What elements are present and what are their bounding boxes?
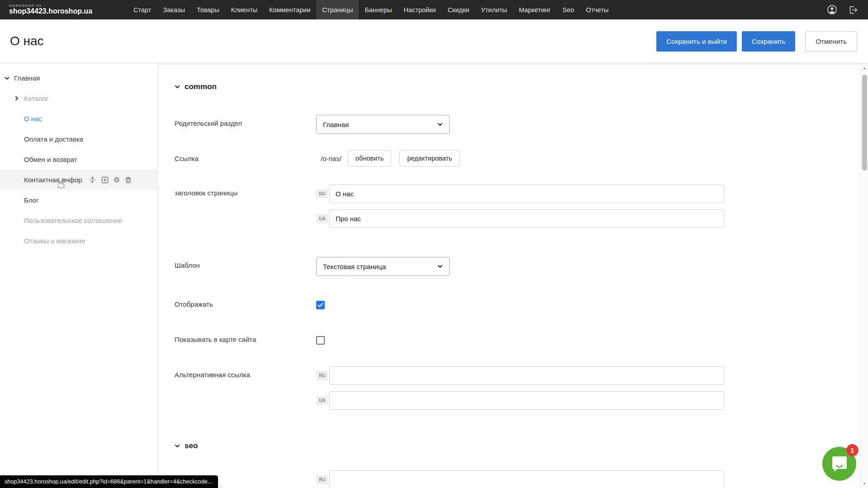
sidebar-item-label: О нас xyxy=(24,115,42,123)
nav-seo[interactable]: Seo xyxy=(557,0,580,19)
status-url-tooltip: shop34423.horoshop.ua/edit/edit.php?id=6… xyxy=(0,475,218,488)
sitemap-checkbox[interactable] xyxy=(316,336,325,345)
parent-section-label: Родительский раздел xyxy=(175,115,316,134)
top-nav: Старт Заказы Товары Клиенты Комментарии … xyxy=(128,0,614,19)
page-header: О нас Сохранить и выйти Сохранить Отмени… xyxy=(0,19,868,63)
page-title: О нас xyxy=(10,34,44,48)
sidebar-item-kontaktnaya-infor[interactable]: Контактная инфор ⚙ xyxy=(0,170,158,190)
save-button[interactable]: Сохранить xyxy=(742,31,796,52)
sidebar-item-label: Каталог xyxy=(24,95,49,102)
lang-badge-ua: UA xyxy=(316,214,328,223)
top-bar: HOROSHOP V4 shop34423.horoshop.ua Старт … xyxy=(0,0,868,19)
gear-icon[interactable]: ⚙ xyxy=(114,176,120,184)
logo[interactable]: HOROSHOP V4 shop34423.horoshop.ua xyxy=(9,4,92,15)
chat-bubble-icon xyxy=(831,455,848,473)
sidebar-item-obmen-i-vozvrat[interactable]: Обмен и возврат xyxy=(0,149,158,170)
nav-reports[interactable]: Отчеты xyxy=(580,0,614,19)
lang-badge-ru: RU xyxy=(316,189,328,199)
link-update-button[interactable]: обновить xyxy=(348,150,391,166)
page-title-field-label: заголовок страницы xyxy=(175,185,316,234)
logout-icon[interactable] xyxy=(848,5,858,15)
save-and-exit-button[interactable]: Сохранить и выйти xyxy=(656,31,737,52)
template-value: Текстовая страница xyxy=(323,263,386,270)
html-title-ru-input[interactable] xyxy=(329,470,724,488)
chevron-right-icon[interactable] xyxy=(14,96,20,101)
chevron-down-icon xyxy=(437,265,443,268)
nav-utilities[interactable]: Утилиты xyxy=(475,0,513,19)
chevron-down-icon[interactable] xyxy=(4,76,10,80)
nav-pages[interactable]: Страницы xyxy=(316,0,359,19)
page-title-ua-input[interactable] xyxy=(329,209,724,228)
sidebar-item-label: Блог xyxy=(24,196,38,204)
template-select[interactable]: Текстовая страница xyxy=(316,257,450,276)
add-icon[interactable] xyxy=(101,176,109,184)
chat-widget-button[interactable]: 1 xyxy=(822,447,856,481)
trash-icon[interactable] xyxy=(125,176,132,184)
nav-banners[interactable]: Баннеры xyxy=(359,0,398,19)
parent-section-select[interactable]: Главная xyxy=(316,115,450,134)
page-title-ru-input[interactable] xyxy=(329,185,724,203)
link-label: Ссылка xyxy=(175,155,316,162)
nav-products[interactable]: Товары xyxy=(191,0,225,19)
vertical-scrollbar[interactable]: ▲ ▼ xyxy=(860,64,868,488)
alt-link-ru-input[interactable] xyxy=(329,366,724,385)
nav-clients[interactable]: Клиенты xyxy=(225,0,263,19)
sidebar-item-label: Главная xyxy=(14,74,40,82)
link-edit-button[interactable]: редактировать xyxy=(399,150,460,166)
lang-badge-ua: UA xyxy=(316,396,328,405)
page-edit-form: common Родительский раздел Главная Ссылк… xyxy=(158,63,868,488)
section-common-label: common xyxy=(185,82,217,91)
pages-tree-sidebar: Главная Каталог О нас Оплата и доставка … xyxy=(0,63,158,488)
sidebar-item-label: Отзывы о магазине xyxy=(24,237,85,245)
alt-link-label: Альтернативная ссылка xyxy=(175,366,316,416)
sidebar-item-glavnaya[interactable]: Главная xyxy=(0,68,158,88)
cancel-button[interactable]: Отменить xyxy=(805,31,857,52)
display-label: Отображать xyxy=(175,296,316,309)
sidebar-item-katalog[interactable]: Каталог xyxy=(0,88,158,109)
parent-section-value: Главная xyxy=(323,121,349,128)
section-seo-label: seo xyxy=(185,441,198,450)
logo-domain: shop34423.horoshop.ua xyxy=(9,8,92,15)
move-icon[interactable] xyxy=(89,176,96,184)
nav-marketing[interactable]: Маркетинг xyxy=(513,0,557,19)
sidebar-item-label: Обмен и возврат xyxy=(24,156,77,163)
chat-unread-badge: 1 xyxy=(846,444,859,456)
nav-orders[interactable]: Заказы xyxy=(157,0,190,19)
scroll-up-arrow[interactable]: ▲ xyxy=(861,66,868,70)
sidebar-item-label: Пользовательское соглашение xyxy=(24,217,122,224)
lang-badge-ru: RU xyxy=(316,371,328,380)
sidebar-item-label: Оплата и доставка xyxy=(24,135,83,143)
chevron-down-icon xyxy=(175,85,180,89)
section-seo-header[interactable]: seo xyxy=(175,441,868,450)
lang-badge-ru: RU xyxy=(316,475,328,484)
template-label: Шаблон xyxy=(175,257,316,276)
nav-settings[interactable]: Настройки xyxy=(398,0,442,19)
nav-comments[interactable]: Комментарии xyxy=(263,0,316,19)
chevron-down-icon xyxy=(437,123,443,126)
sidebar-item-oplata-i-dostavka[interactable]: Оплата и доставка xyxy=(0,129,158,149)
chevron-down-icon xyxy=(175,444,180,448)
alt-link-ua-input[interactable] xyxy=(329,391,724,410)
nav-start[interactable]: Старт xyxy=(128,0,157,19)
section-common-header[interactable]: common xyxy=(175,82,868,91)
nav-discounts[interactable]: Скидки xyxy=(442,0,475,19)
sidebar-item-otzyvy-o-magazine[interactable]: Отзывы о магазине xyxy=(0,231,158,251)
sidebar-item-label: Контактная инфор xyxy=(24,176,82,184)
scroll-down-arrow[interactable]: ▼ xyxy=(861,482,868,486)
sidebar-item-blog[interactable]: Блог xyxy=(0,190,158,210)
sitemap-label: Показывать в карте сайта xyxy=(175,331,316,345)
sidebar-item-polzovatelskoe-soglashenie[interactable]: Пользовательское соглашение xyxy=(0,210,158,231)
account-icon[interactable] xyxy=(827,5,837,15)
sidebar-item-o-nas[interactable]: О нас xyxy=(0,109,158,129)
display-checkbox[interactable] xyxy=(316,301,325,309)
link-path-value: /o-nas/ xyxy=(321,155,342,162)
scrollbar-thumb[interactable] xyxy=(862,75,867,171)
